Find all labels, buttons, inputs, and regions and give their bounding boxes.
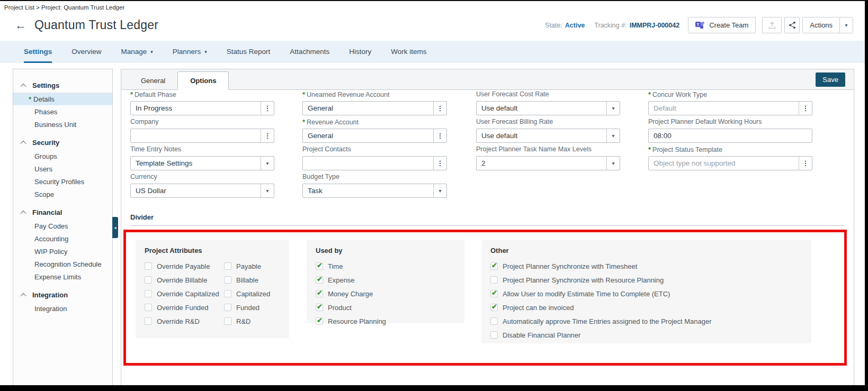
default-phase-input[interactable]: In Progress⋮ [130, 101, 274, 115]
chevron-down-icon[interactable]: ▾ [606, 129, 620, 142]
export-button[interactable] [762, 17, 782, 33]
can-be-invoiced-checkbox[interactable] [490, 304, 498, 311]
sidebar-item-wip-policy[interactable]: WIP Policy [13, 245, 112, 258]
company-input[interactable]: ⋮ [130, 129, 274, 143]
lookup-ellipsis-icon[interactable]: ⋮ [433, 102, 446, 115]
lookup-ellipsis-icon[interactable]: ⋮ [799, 157, 812, 170]
field-unearned-revenue-account: *Unearned Revenue Account General⋮ [302, 90, 447, 115]
chevron-down-icon[interactable]: ▾ [433, 184, 446, 197]
money-charge-checkbox[interactable] [316, 290, 323, 297]
default-working-hours-input[interactable]: 08:00 [648, 129, 812, 143]
chevron-up-icon [20, 210, 26, 216]
share-button[interactable] [784, 17, 800, 33]
sync-resource-planning-checkbox[interactable] [490, 276, 498, 284]
lookup-ellipsis-icon[interactable]: ⋮ [799, 102, 812, 115]
field-label: *Default Phase [130, 90, 274, 99]
chevron-down-icon[interactable]: ▾ [606, 102, 620, 115]
sidebar-group-settings[interactable]: Settings [13, 78, 112, 93]
concur-work-type-input[interactable]: Default⋮ [648, 101, 812, 115]
tab-overview[interactable]: Overview [71, 41, 101, 63]
sidebar-item-phases[interactable]: Phases [13, 105, 112, 118]
override-funded-checkbox[interactable] [145, 304, 152, 311]
user-forecast-billing-rate-select[interactable]: Use default▾ [476, 129, 620, 143]
tab-settings[interactable]: Settings [24, 41, 52, 63]
payable-checkbox[interactable] [224, 262, 231, 270]
project-status-template-input[interactable]: Object type not supported⋮ [648, 156, 812, 170]
tab-status-report[interactable]: Status Report [227, 41, 271, 63]
checkbox-row-can-be-invoiced: Project can be invoiced [490, 301, 802, 314]
override-capitalized-checkbox[interactable] [145, 290, 152, 297]
required-marker-icon: * [29, 95, 31, 103]
modify-etc-checkbox[interactable] [490, 290, 498, 297]
user-forecast-cost-rate-select[interactable]: Use default▾ [476, 101, 620, 115]
sidebar-item-details[interactable]: *Details [13, 93, 112, 105]
project-contacts-input[interactable]: ⋮ [302, 156, 447, 170]
actions-button[interactable]: Actions [802, 17, 840, 33]
resource-planning-checkbox[interactable] [316, 317, 323, 325]
checkbox-row-sync-timesheet: Project Planner Synchronize with Timeshe… [490, 259, 802, 273]
tab-planners[interactable]: Planners▾ [173, 41, 207, 63]
tab-attachments[interactable]: Attachments [290, 41, 329, 63]
billable-checkbox[interactable] [224, 276, 231, 284]
sidebar-item-expense-limits[interactable]: Expense Limits [13, 270, 112, 283]
create-team-button[interactable]: T Create Team [688, 17, 756, 33]
time-checkbox[interactable] [316, 262, 323, 270]
tab-history[interactable]: History [349, 41, 371, 63]
sidebar-item-integration[interactable]: Integration [13, 302, 112, 315]
product-checkbox[interactable] [316, 304, 323, 311]
unearned-revenue-account-input[interactable]: General⋮ [302, 101, 447, 115]
currency-select[interactable]: US Dollar▾ [130, 184, 274, 198]
screen-edge [0, 385, 868, 391]
override-billable-checkbox[interactable] [145, 276, 152, 284]
tab-work-items[interactable]: Work items [391, 41, 426, 63]
save-button[interactable]: Save [816, 72, 845, 87]
override-rd-checkbox[interactable] [145, 317, 152, 325]
sidebar-item-accounting[interactable]: Accounting [13, 232, 112, 245]
sidebar-item-security-profiles[interactable]: Security Profiles [13, 175, 112, 188]
sync-timesheet-checkbox[interactable] [490, 262, 498, 270]
tab-options[interactable]: Options [177, 71, 229, 90]
share-icon [789, 21, 796, 29]
sidebar-item-scope[interactable]: Scope [13, 188, 112, 201]
chevron-down-icon: ▾ [845, 22, 847, 28]
sidebar-group-integration[interactable]: Integration [13, 288, 112, 302]
form-column-2: *Unearned Revenue Account General⋮ *Reve… [302, 90, 447, 201]
task-name-max-levels-select[interactable]: 2▾ [476, 156, 620, 170]
required-icon: * [302, 90, 305, 98]
sidebar-group-security[interactable]: Security [13, 135, 112, 150]
chevron-down-icon[interactable]: ▾ [606, 157, 620, 170]
auto-approve-time-checkbox[interactable] [490, 317, 498, 325]
sidebar-item-business-unit[interactable]: Business Unit [13, 118, 112, 131]
tab-general[interactable]: General [129, 72, 177, 89]
sidebar-item-users[interactable]: Users [13, 162, 112, 175]
time-entry-notes-select[interactable]: Template Settings▾ [130, 156, 274, 170]
sidebar-item-recognition-schedule[interactable]: Recognition Schedule [13, 258, 112, 270]
chevron-down-icon[interactable]: ▾ [261, 157, 274, 170]
disable-financial-planner-checkbox[interactable] [490, 331, 498, 339]
field-label: Time Entry Notes [130, 146, 274, 154]
chevron-down-icon: ▾ [150, 49, 153, 54]
lookup-ellipsis-icon[interactable]: ⋮ [433, 157, 446, 170]
svg-text:T: T [697, 22, 700, 27]
funded-checkbox[interactable] [224, 304, 231, 311]
revenue-account-input[interactable]: General⋮ [302, 129, 447, 143]
sidebar-group-financial[interactable]: Financial [13, 205, 112, 220]
sidebar-item-groups[interactable]: Groups [13, 150, 112, 162]
sidebar-item-pay-codes[interactable]: Pay Codes [13, 220, 112, 232]
actions-dropdown-button[interactable]: ▾ [840, 17, 853, 33]
required-icon: * [130, 90, 133, 98]
rd-checkbox[interactable] [224, 317, 231, 325]
tab-manage[interactable]: Manage▾ [121, 41, 153, 63]
override-payable-checkbox[interactable] [145, 262, 152, 270]
lookup-ellipsis-icon[interactable]: ⋮ [261, 129, 274, 142]
chevron-down-icon[interactable]: ▾ [261, 184, 274, 197]
lookup-ellipsis-icon[interactable]: ⋮ [433, 129, 446, 142]
budget-type-select[interactable]: Task▾ [302, 184, 447, 198]
teams-icon: T [695, 21, 705, 30]
back-arrow-icon[interactable]: ← [15, 20, 26, 31]
breadcrumb[interactable]: Project List > Project: Quantum Trust Le… [4, 4, 124, 11]
sidebar-collapse-handle[interactable]: ◂ [112, 217, 118, 238]
capitalized-checkbox[interactable] [224, 290, 231, 297]
expense-checkbox[interactable] [316, 276, 323, 284]
lookup-ellipsis-icon[interactable]: ⋮ [261, 102, 274, 115]
